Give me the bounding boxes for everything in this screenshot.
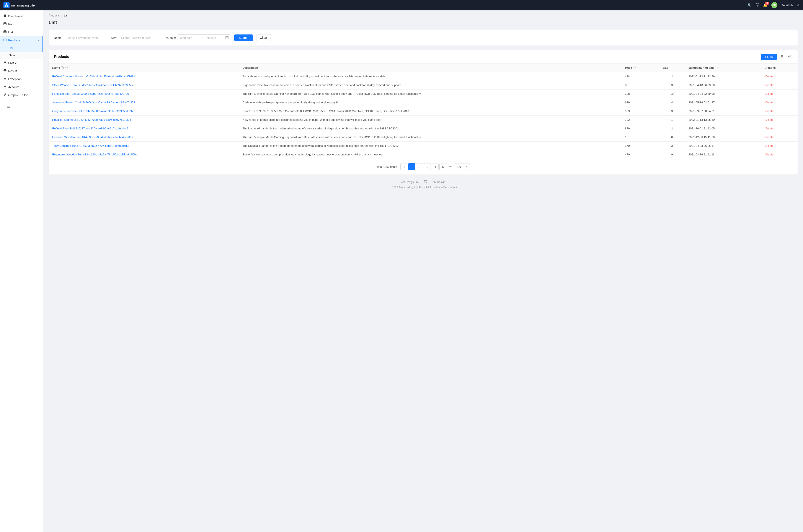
name-info-icon[interactable]: i: [61, 66, 64, 69]
search-icon[interactable]: 🔍: [747, 3, 752, 7]
end-date-input[interactable]: [205, 36, 224, 39]
product-link[interactable]: Ergonomic Wooden Tuna 884c190c-b2a9-4f78…: [52, 153, 137, 156]
table-settings-icon[interactable]: [787, 54, 792, 60]
delete-button[interactable]: Delete: [765, 135, 773, 139]
result-arrow: ▾: [39, 70, 40, 72]
delete-button[interactable]: Delete: [765, 101, 773, 104]
form-icon: [3, 22, 6, 26]
cell-price: 722: [622, 116, 659, 124]
delete-button[interactable]: Delete: [765, 83, 773, 87]
pagination-total: Total 1000 items: [377, 165, 397, 168]
product-link[interactable]: Gorgeous Concrete Hat f37f4ae5-005f-42ad…: [52, 110, 133, 113]
cell-description: Carbonite web goalkeeper gloves are ergo…: [239, 98, 622, 107]
product-link[interactable]: Licensed Wooden Shirt 6449f3d1-f733-40dc…: [52, 135, 133, 139]
delete-button[interactable]: Delete: [765, 110, 773, 113]
column-settings-icon[interactable]: [779, 54, 785, 60]
svg-rect-12: [4, 31, 6, 33]
product-link[interactable]: Refined Concrete Shoes da6b7f0e-6c94-45a…: [52, 75, 135, 78]
footer-ant-design-pro[interactable]: Ant Design Pro: [401, 180, 419, 184]
breadcrumb-products[interactable]: Products: [49, 14, 60, 17]
pagination-prev[interactable]: <: [400, 163, 407, 170]
sidebar-item-dashboard[interactable]: Dashboard ▾: [0, 12, 43, 20]
col-mfg-date: Manufacturing date ▲▼: [685, 63, 762, 72]
search-button[interactable]: Search: [234, 35, 252, 41]
delete-button[interactable]: Delete: [765, 127, 773, 130]
cell-name: Practical Soft Mouse 322f42a2-7289-4a81-…: [49, 116, 239, 124]
product-link[interactable]: Practical Soft Mouse 322f42a2-7289-4a81-…: [52, 118, 131, 121]
result-icon: [3, 69, 6, 73]
product-link[interactable]: Awesome Frozen Chair 5e960c4c-aa6a-4fc7-…: [52, 101, 135, 104]
sidebar-item-form[interactable]: Form ▾: [0, 20, 43, 28]
app-title: my amazing title: [11, 3, 35, 7]
language-icon[interactable]: A: [797, 3, 800, 7]
help-icon[interactable]: ?: [756, 3, 759, 7]
start-date-input[interactable]: [180, 36, 199, 39]
footer: Ant Design Pro Ant Design © 2022 Produce…: [49, 175, 798, 194]
clear-button[interactable]: Clear: [256, 34, 271, 41]
sidebar-bottom: ☰: [0, 101, 43, 112]
sidebar-item-exception[interactable]: Exception ▾: [0, 75, 43, 83]
name-sort-icons[interactable]: ▲▼: [64, 67, 68, 69]
cell-actions: Delete: [762, 133, 798, 141]
delete-button[interactable]: Delete: [765, 118, 773, 121]
date-range-picker[interactable]: →: [177, 35, 231, 41]
cell-actions: Delete: [762, 81, 798, 90]
product-link[interactable]: Sleek Wooden Towels 9dee61cc-29ca-464c-8…: [52, 83, 134, 87]
delete-button[interactable]: Delete: [765, 144, 773, 147]
list-icon: [3, 30, 6, 34]
footer-ant-design[interactable]: Ant Design: [433, 180, 445, 184]
svg-point-15: [4, 61, 6, 63]
new-product-button[interactable]: + New: [761, 54, 777, 60]
pagination-page-2[interactable]: 2: [416, 163, 423, 170]
sidebar-sub-item-list[interactable]: List: [0, 44, 43, 52]
cell-actions: Delete: [762, 98, 798, 107]
sidebar-item-account[interactable]: Account ▾: [0, 83, 43, 91]
cell-size: 4: [659, 98, 685, 107]
sidebar-label-list: List: [8, 31, 13, 34]
pagination-next[interactable]: >: [463, 163, 470, 170]
filter-date-field: M. date: →: [166, 35, 231, 41]
sidebar-item-graphic-editor[interactable]: Graphic Editor ▾: [0, 91, 43, 99]
product-link[interactable]: Tasty Concrete Tuna f07e029f-ca22-4707-b…: [52, 144, 129, 147]
cell-description: The slim & simple Maple Gaming Keyboard …: [239, 90, 622, 98]
pagination-last[interactable]: 100: [455, 163, 462, 170]
user-avatar: SM: [771, 2, 778, 8]
sidebar-collapse-icon[interactable]: ☰: [3, 102, 14, 110]
topnav-right: 🔍 ? 🔔 11 SM Serati Ma A: [747, 2, 800, 8]
sidebar-item-result[interactable]: Result ▾: [0, 67, 43, 75]
pagination-page-4[interactable]: 4: [432, 163, 439, 170]
filter-name-input[interactable]: [64, 35, 107, 41]
pagination-page-5[interactable]: 5: [439, 163, 446, 170]
product-link[interactable]: Fantastic Soft Tuna 281020f2-adb3-4628-8…: [52, 92, 129, 95]
sidebar-label-products: Products: [8, 39, 20, 42]
delete-button[interactable]: Delete: [765, 75, 773, 78]
notification-bell[interactable]: 🔔 11: [763, 3, 767, 7]
user-name[interactable]: Serati Ma: [781, 4, 794, 7]
calendar-icon[interactable]: [226, 36, 229, 40]
cell-date: 2021-05-16 03:51:37: [685, 98, 762, 107]
github-icon[interactable]: [424, 180, 427, 184]
pagination-page-1[interactable]: 1: [408, 163, 415, 170]
cell-size: 9: [659, 150, 685, 159]
sidebar-item-products-header[interactable]: Products ▴: [0, 36, 43, 44]
product-link[interactable]: Refined Steel Ball 5a52874e-a330-4ee8-b2…: [52, 127, 128, 130]
price-sort-icons[interactable]: ▲▼: [633, 67, 636, 69]
graphic-editor-arrow: ▾: [39, 94, 40, 96]
svg-rect-7: [4, 16, 5, 17]
cell-name: Fantastic Soft Tuna 281020f2-adb3-4628-8…: [49, 90, 239, 98]
sidebar-sub-item-new[interactable]: New: [0, 52, 43, 59]
sidebar-label-account: Account: [8, 86, 19, 89]
delete-button[interactable]: Delete: [765, 153, 773, 156]
layout: Dashboard ▾ Form ▾ List: [0, 11, 803, 532]
date-sort-icons[interactable]: ▲▼: [715, 67, 719, 69]
pagination-page-3[interactable]: 3: [424, 163, 431, 170]
sidebar-item-list[interactable]: List ▾: [0, 28, 43, 36]
filter-size-input[interactable]: [119, 35, 162, 41]
cell-name: Awesome Frozen Chair 5e960c4c-aa6a-4fc7-…: [49, 98, 239, 107]
delete-button[interactable]: Delete: [765, 92, 773, 95]
sidebar-item-profile[interactable]: Profile ▾: [0, 59, 43, 67]
app-logo: [3, 2, 9, 8]
notification-badge: 11: [765, 2, 769, 5]
cell-description: New range of formal shirts are designed …: [239, 116, 622, 124]
dashboard-arrow: ▾: [39, 15, 40, 17]
